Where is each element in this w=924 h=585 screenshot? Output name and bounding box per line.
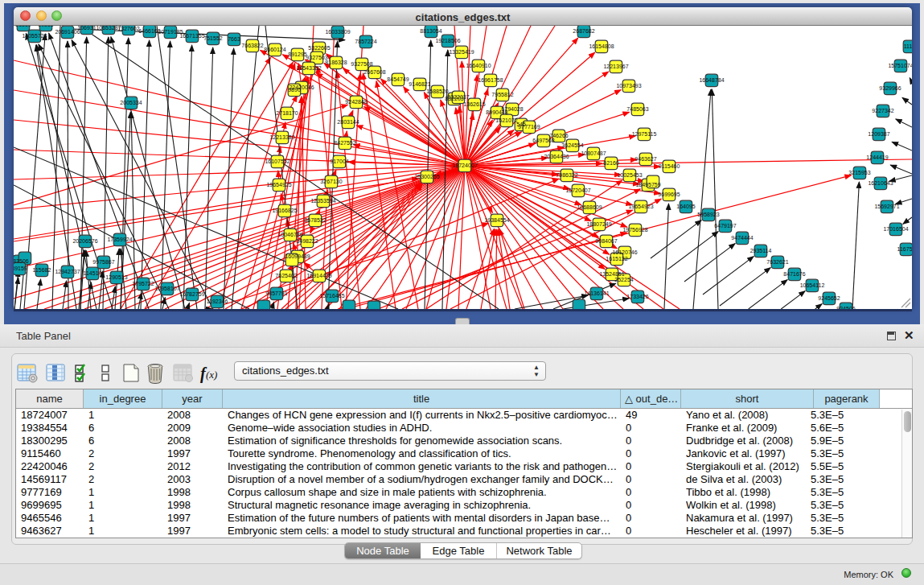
svg-text:252254: 252254 — [614, 277, 633, 282]
svg-text:10654112: 10654112 — [800, 282, 825, 288]
svg-text:9115460: 9115460 — [659, 163, 680, 169]
svg-text:9329966: 9329966 — [879, 85, 901, 91]
svg-text:3498222: 3498222 — [296, 238, 318, 244]
svg-text:8471676: 8471676 — [783, 271, 805, 277]
svg-text:15720407: 15720407 — [565, 187, 590, 193]
svg-text:746266: 746266 — [549, 133, 568, 138]
svg-text:7632621: 7632621 — [766, 259, 788, 265]
svg-text:983506: 983506 — [14, 258, 29, 264]
svg-text:16782759: 16782759 — [179, 291, 204, 297]
svg-text:15751074: 15751074 — [888, 63, 912, 68]
svg-text:7857224: 7857224 — [355, 39, 376, 44]
svg-text:9699695: 9699695 — [658, 192, 680, 197]
svg-text:7986322: 7986322 — [556, 172, 577, 178]
svg-text:20691406: 20691406 — [55, 29, 80, 35]
svg-text:16107552: 16107552 — [265, 159, 290, 164]
svg-text:16914479: 16914479 — [306, 273, 331, 278]
svg-text:3215953: 3215953 — [848, 170, 870, 175]
svg-text:16648784: 16648784 — [699, 77, 724, 83]
svg-text:14055724: 14055724 — [22, 33, 47, 39]
svg-text:19218506: 19218506 — [435, 38, 460, 43]
svg-text:7485063: 7485063 — [626, 106, 648, 112]
svg-text:7663: 7663 — [228, 36, 240, 42]
svg-text:19756928: 19756928 — [622, 227, 647, 233]
svg-text:9777169: 9777169 — [518, 124, 540, 130]
svg-text:9857791: 9857791 — [265, 290, 287, 296]
svg-text:19384554: 19384554 — [484, 217, 509, 223]
svg-text:10046786: 10046786 — [277, 232, 302, 237]
svg-text:16640910: 16640910 — [466, 63, 491, 68]
svg-text:2005334: 2005334 — [120, 100, 142, 105]
svg-text:16671355: 16671355 — [179, 33, 204, 39]
svg-text:164095: 164095 — [676, 204, 695, 209]
svg-text:12213389: 12213389 — [269, 134, 294, 140]
svg-text:12975115: 12975115 — [632, 131, 657, 137]
svg-text:1733426: 1733426 — [626, 294, 648, 299]
svg-text:62160: 62160 — [603, 160, 619, 166]
svg-text:17016504: 17016504 — [883, 226, 908, 232]
svg-text:1615132: 1615132 — [606, 256, 627, 262]
svg-text:106931: 106931 — [77, 26, 96, 31]
svg-text:7625402: 7625402 — [275, 273, 297, 278]
svg-text:6479197: 6479197 — [714, 223, 736, 229]
svg-text:3624554: 3624554 — [561, 142, 583, 148]
svg-text:9227342: 9227342 — [872, 108, 893, 113]
svg-text:2687682: 2687682 — [573, 28, 594, 34]
svg-text:15716485: 15716485 — [319, 293, 344, 299]
svg-text:16099489: 16099489 — [285, 253, 310, 259]
svg-text:5322605: 5322605 — [308, 45, 330, 51]
svg-text:12942737: 12942737 — [55, 269, 80, 274]
svg-text:891295: 891295 — [288, 51, 306, 57]
svg-text:10025453: 10025453 — [617, 172, 642, 178]
svg-text:8186328: 8186328 — [325, 60, 347, 65]
svg-text:10807487: 10807487 — [581, 150, 606, 156]
svg-text:10973493: 10973493 — [616, 83, 641, 89]
svg-text:16210643: 16210643 — [868, 180, 893, 186]
svg-text:1112: 1112 — [904, 43, 912, 49]
svg-text:3267130: 3267130 — [320, 179, 342, 184]
svg-text:8427552: 8427552 — [334, 140, 355, 146]
svg-text:2935114: 2935114 — [750, 248, 772, 253]
svg-text:8322037: 8322037 — [447, 94, 469, 100]
svg-text:16033809: 16033809 — [325, 29, 350, 35]
svg-text:9242848: 9242848 — [345, 99, 367, 105]
svg-text:13325419: 13325419 — [449, 49, 474, 55]
svg-text:9890: 9890 — [288, 87, 301, 93]
svg-text:751552: 751552 — [203, 35, 222, 41]
svg-text:9474444: 9474444 — [731, 235, 753, 241]
svg-text:8678532: 8678532 — [304, 217, 326, 223]
svg-text:25300255: 25300255 — [414, 174, 439, 179]
svg-text:7663822: 7663822 — [241, 43, 263, 48]
svg-text:5958923: 5958923 — [697, 212, 719, 217]
svg-text:9463627: 9463627 — [634, 156, 656, 162]
svg-text:14136141: 14136141 — [584, 290, 609, 296]
svg-text:1209387: 1209387 — [868, 131, 889, 137]
svg-text:9084067: 9084067 — [595, 238, 617, 244]
svg-text:1362615: 1362615 — [463, 101, 485, 107]
svg-text:7955812: 7955812 — [491, 92, 513, 97]
svg-text:19654925: 19654925 — [266, 182, 291, 187]
svg-text:9975867: 9975867 — [92, 259, 114, 265]
svg-text:1192346: 1192346 — [207, 299, 228, 304]
svg-text:13524851: 13524851 — [599, 271, 624, 277]
svg-text:1244419: 1244419 — [866, 154, 888, 160]
svg-text:8454749: 8454749 — [387, 76, 409, 82]
svg-text:10365: 10365 — [38, 26, 54, 27]
svg-text:9327508: 9327508 — [351, 61, 372, 67]
svg-text:9245652: 9245652 — [818, 295, 840, 301]
svg-text:10688609: 10688609 — [577, 204, 602, 210]
svg-text:9146821: 9146821 — [409, 81, 430, 87]
svg-text:2667608: 2667608 — [363, 69, 385, 75]
svg-text:8660124: 8660124 — [264, 47, 285, 52]
svg-text:1290513: 1290513 — [105, 274, 127, 280]
svg-text:12213967: 12213967 — [603, 64, 628, 69]
svg-text:16154808: 16154808 — [589, 43, 614, 49]
svg-text:10958107: 10958107 — [154, 286, 179, 291]
svg-text:116753: 116753 — [897, 246, 912, 252]
svg-text:17359924: 17359924 — [107, 237, 132, 242]
svg-text:20206576: 20206576 — [72, 238, 97, 244]
svg-text:6794028: 6794028 — [501, 106, 523, 112]
svg-text:1795722: 1795722 — [132, 281, 154, 286]
svg-text:1621072: 1621072 — [495, 117, 517, 123]
svg-text:12353594: 12353594 — [310, 198, 335, 204]
